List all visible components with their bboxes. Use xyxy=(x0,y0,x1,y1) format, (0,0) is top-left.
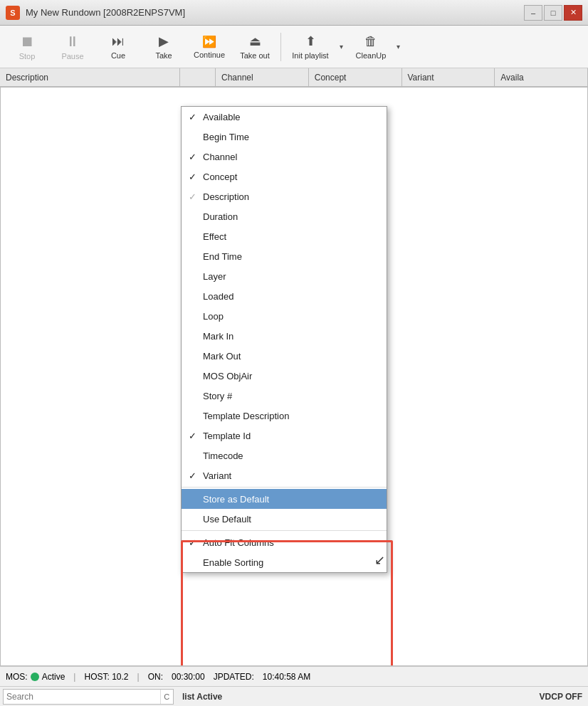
menu-item-template-id[interactable]: Template Id xyxy=(182,426,387,446)
list-active-label: list Active xyxy=(177,692,222,702)
cleanup-icon: 🗑 xyxy=(364,34,377,49)
col-variant: Variant xyxy=(402,68,495,86)
menu-item-mark-out[interactable]: Mark Out xyxy=(182,346,387,366)
cleanup-label: CleanUp xyxy=(356,51,387,60)
menu-item-loop[interactable]: Loop xyxy=(182,306,387,326)
search-input-wrap: C xyxy=(3,689,174,705)
search-input[interactable] xyxy=(4,692,160,702)
title-bar: S My New Rundown [2008R2ENPS7VM] – □ ✕ xyxy=(0,0,588,26)
init-playlist-button[interactable]: ⬆ Init playlist xyxy=(285,29,335,65)
menu-item-loaded[interactable]: Loaded xyxy=(182,286,387,306)
continue-button[interactable]: ⏩ Continue xyxy=(188,29,231,65)
mos-status-text: Active xyxy=(42,672,65,682)
take-icon: ▶ xyxy=(159,33,169,49)
duration-label: ON: xyxy=(148,672,163,682)
init-playlist-label: Init playlist xyxy=(292,51,328,60)
vdcp-label: VDCP OFF xyxy=(534,692,588,702)
toolbar-separator xyxy=(280,33,281,61)
menu-item-effect[interactable]: Effect xyxy=(182,226,387,246)
menu-divider-2 xyxy=(182,530,387,531)
close-button[interactable]: ✕ xyxy=(564,5,582,21)
take-out-button[interactable]: ⏏ Take out xyxy=(233,29,276,65)
cleanup-button[interactable]: 🗑 CleanUp xyxy=(350,29,392,65)
menu-item-enable-sorting[interactable]: Enable Sorting xyxy=(182,552,387,572)
menu-item-description[interactable]: Description xyxy=(182,186,387,206)
stop-icon: ⏹ xyxy=(20,33,34,50)
toolbar: ⏹ Stop ⏸ Pause ⏭ Cue ▶ Take ⏩ Continue ⏏… xyxy=(0,26,588,68)
mos-active-dot xyxy=(31,673,39,681)
menu-item-use-default[interactable]: Use Default xyxy=(182,509,387,529)
continue-label: Continue xyxy=(194,51,225,59)
main-area: Description Channel Concept Variant Avai… xyxy=(0,68,588,706)
pause-label: Pause xyxy=(61,52,83,60)
status-sep-1: | xyxy=(73,672,75,682)
menu-item-variant[interactable]: Variant xyxy=(182,465,387,485)
col-blank xyxy=(180,68,216,86)
mos-status: MOS: Active xyxy=(6,672,65,682)
pause-button[interactable]: ⏸ Pause xyxy=(51,29,94,65)
init-playlist-split-button: ⬆ Init playlist ▾ xyxy=(285,29,347,65)
menu-item-template-description[interactable]: Template Description xyxy=(182,406,387,426)
app-icon: S xyxy=(6,6,20,20)
init-playlist-arrow[interactable]: ▾ xyxy=(335,29,347,65)
init-playlist-icon: ⬆ xyxy=(305,33,316,49)
cue-button[interactable]: ⏭ Cue xyxy=(97,29,140,65)
content-area[interactable]: Available Begin Time Channel Concept Des… xyxy=(0,87,588,666)
search-bar: C list Active VDCP OFF xyxy=(0,686,588,706)
window-controls: – □ ✕ xyxy=(524,5,582,21)
col-description: Description xyxy=(0,68,180,86)
col-channel: Channel xyxy=(216,68,309,86)
context-menu[interactable]: Available Begin Time Channel Concept Des… xyxy=(181,106,387,573)
cue-label: Cue xyxy=(111,51,125,60)
stop-label: Stop xyxy=(19,52,36,60)
menu-item-channel[interactable]: Channel xyxy=(182,147,387,167)
window-title: My New Rundown [2008R2ENPS7VM] xyxy=(26,7,185,18)
pause-icon: ⏸ xyxy=(65,33,80,50)
duration-value: 00:30:00 xyxy=(172,672,205,682)
menu-item-available[interactable]: Available xyxy=(182,107,387,127)
stop-button[interactable]: ⏹ Stop xyxy=(6,29,48,65)
take-out-icon: ⏏ xyxy=(249,33,261,49)
minimize-button[interactable]: – xyxy=(524,5,542,21)
menu-item-mos-objair[interactable]: MOS ObjAir xyxy=(182,366,387,386)
menu-item-end-time[interactable]: End Time xyxy=(182,246,387,266)
updated-value: 10:40:58 AM xyxy=(263,672,310,682)
col-concept: Concept xyxy=(309,68,402,86)
col-availa: Availa xyxy=(495,68,588,86)
menu-item-store-default[interactable]: Store as Default xyxy=(182,489,387,509)
cleanup-arrow[interactable]: ▾ xyxy=(392,29,404,65)
menu-item-mark-in[interactable]: Mark In xyxy=(182,326,387,346)
title-bar-left: S My New Rundown [2008R2ENPS7VM] xyxy=(6,6,185,20)
column-header-row: Description Channel Concept Variant Avai… xyxy=(0,68,588,87)
take-out-label: Take out xyxy=(240,51,270,60)
maximize-button[interactable]: □ xyxy=(544,5,562,21)
host-label: HOST: 10.2 xyxy=(84,672,128,682)
cue-icon: ⏭ xyxy=(112,34,125,49)
menu-item-begin-time[interactable]: Begin Time xyxy=(182,127,387,147)
take-label: Take xyxy=(155,51,172,60)
menu-item-auto-fit[interactable]: Auto Fit Columns xyxy=(182,532,387,552)
menu-divider-1 xyxy=(182,487,387,488)
mos-label: MOS: xyxy=(6,672,28,682)
cleanup-split-button: 🗑 CleanUp ▾ xyxy=(350,29,404,65)
menu-item-concept[interactable]: Concept xyxy=(182,167,387,186)
status-sep-2: | xyxy=(137,672,140,682)
updated-label: JPDATED: xyxy=(214,672,254,682)
menu-item-story-hash[interactable]: Story # xyxy=(182,386,387,406)
search-clear-button[interactable]: C xyxy=(160,690,173,704)
take-button[interactable]: ▶ Take xyxy=(142,29,185,65)
menu-item-duration[interactable]: Duration xyxy=(182,206,387,226)
menu-item-timecode[interactable]: Timecode xyxy=(182,446,387,465)
status-bar: MOS: Active | HOST: 10.2 | ON: 00:30:00 … xyxy=(0,666,588,686)
menu-item-layer[interactable]: Layer xyxy=(182,266,387,286)
continue-icon: ⏩ xyxy=(202,35,216,48)
